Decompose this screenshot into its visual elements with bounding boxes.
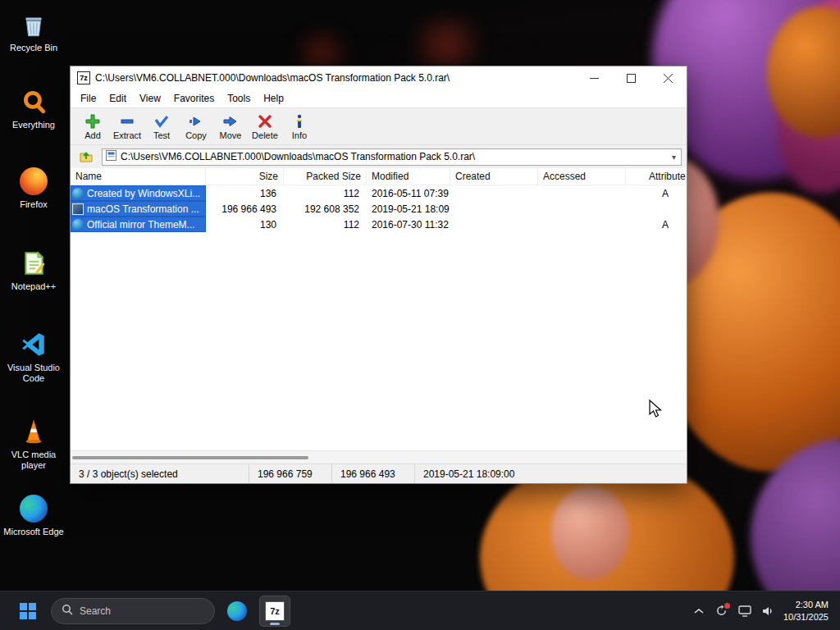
vlc-icon: [19, 417, 48, 446]
menu-view[interactable]: View: [133, 91, 167, 106]
wallpaper-blob: [551, 486, 629, 580]
desktop-icon-label: VLC media player: [2, 450, 65, 471]
desktop-icon-edge[interactable]: Microsoft Edge: [2, 494, 66, 537]
file-created-cell: [450, 185, 538, 201]
copy-icon: [188, 113, 204, 130]
menu-tools[interactable]: Tools: [221, 91, 257, 106]
column-header-accessed[interactable]: Accessed: [538, 168, 626, 185]
table-row[interactable]: Created by WindowsXLi... 136 112 2016-05…: [71, 185, 687, 201]
minimize-button[interactable]: [576, 66, 613, 89]
desktop-icon-vscode[interactable]: Visual Studio Code: [2, 330, 66, 384]
file-packed-cell: 112: [284, 217, 367, 232]
file-modified-cell: 2019-05-21 18:09: [367, 201, 450, 217]
hidden-icons-chevron[interactable]: [692, 604, 706, 619]
close-button[interactable]: [650, 66, 687, 89]
desktop-icon-label: Notepad++: [11, 281, 56, 292]
add-icon: [84, 113, 101, 130]
status-total-packed: 196 966 493: [332, 464, 415, 483]
address-bar-row: C:\Users\VM6.COLLABNET.000\Downloads\mac…: [71, 145, 687, 168]
desktop-icon-everything[interactable]: Everything: [2, 87, 66, 130]
start-button[interactable]: [13, 596, 43, 626]
windows-logo-icon: [20, 603, 36, 619]
column-header-row: Name Size Packed Size Modified Created A…: [71, 168, 687, 185]
desktop-icon-recycle-bin[interactable]: Recycle Bin: [2, 10, 66, 53]
column-header-size[interactable]: Size: [206, 168, 284, 185]
file-name-cell[interactable]: Official mirror ThemeM...: [71, 217, 206, 232]
clock-date: 10/31/2025: [783, 611, 829, 623]
system-tray: 2:30 AM 10/31/2025: [692, 599, 840, 623]
column-header-packed-size[interactable]: Packed Size: [284, 168, 367, 185]
delete-button[interactable]: Delete: [248, 112, 282, 142]
menu-bar: File Edit View Favorites Tools Help: [71, 89, 687, 107]
file-accessed-cell: [538, 201, 626, 217]
file-name-cell[interactable]: macOS Transformation ...: [71, 201, 206, 217]
menu-favorites[interactable]: Favorites: [167, 91, 221, 106]
file-attr-cell: A: [626, 185, 687, 201]
update-badge: [724, 603, 730, 609]
file-created-cell: [450, 217, 538, 232]
clock-time: 2:30 AM: [783, 599, 829, 611]
taskbar-edge-icon[interactable]: [221, 596, 253, 627]
taskbar: 7z 2:30 AM 10/31/2025: [0, 591, 840, 630]
desktop-icon-firefox[interactable]: Firefox: [2, 167, 66, 210]
file-created-cell: [450, 201, 538, 217]
desktop-icon-label: Microsoft Edge: [3, 527, 63, 537]
notepadpp-icon: [19, 249, 48, 278]
taskbar-search[interactable]: [51, 598, 215, 624]
tray-volume-icon[interactable]: [760, 604, 775, 619]
menu-file[interactable]: File: [74, 91, 103, 106]
info-button[interactable]: Info: [282, 112, 317, 142]
table-row[interactable]: macOS Transformation ... 196 966 493 192…: [71, 201, 687, 217]
add-button[interactable]: Add: [75, 112, 110, 142]
horizontal-scrollbar[interactable]: [71, 450, 687, 463]
column-header-attributes[interactable]: Attribute: [626, 168, 687, 185]
column-header-name[interactable]: Name: [71, 168, 206, 185]
address-dropdown-icon[interactable]: ▾: [670, 153, 678, 162]
info-icon: [291, 113, 308, 130]
search-icon: [62, 604, 73, 619]
taskbar-7zip-icon[interactable]: 7z: [259, 596, 290, 627]
file-attr-cell: [626, 201, 687, 217]
delete-icon: [257, 113, 273, 130]
extract-button[interactable]: Extract: [110, 112, 144, 142]
maximize-button[interactable]: [613, 66, 650, 89]
up-one-level-button[interactable]: [75, 148, 97, 166]
file-packed-cell: 112: [284, 185, 367, 201]
file-size-cell: 130: [206, 217, 284, 232]
file-name-cell[interactable]: Created by WindowsXLi...: [71, 185, 206, 201]
column-header-modified[interactable]: Modified: [367, 168, 450, 185]
address-combobox[interactable]: C:\Users\VM6.COLLABNET.000\Downloads\mac…: [102, 148, 682, 166]
desktop-icon-vlc[interactable]: VLC media player: [2, 417, 66, 471]
window-titlebar[interactable]: 7z C:\Users\VM6.COLLABNET.000\Downloads\…: [71, 66, 687, 89]
desktop-icon-label: Everything: [12, 120, 55, 130]
status-total-size: 196 966 759: [249, 464, 332, 483]
tray-display-icon[interactable]: [737, 604, 752, 619]
file-modified-cell: 2016-07-30 11:32: [367, 217, 450, 232]
table-row[interactable]: Official mirror ThemeM... 130 112 2016-0…: [71, 217, 687, 232]
copy-button[interactable]: Copy: [179, 112, 213, 142]
extract-icon: [119, 113, 135, 130]
7zip-icon: 7z: [265, 601, 285, 621]
taskbar-clock[interactable]: 2:30 AM 10/31/2025: [783, 599, 829, 623]
status-modified-date: 2019-05-21 18:09:00: [415, 464, 687, 483]
menu-help[interactable]: Help: [257, 91, 290, 106]
archive-file-icon: [106, 150, 116, 163]
move-button[interactable]: Move: [213, 112, 248, 142]
search-input[interactable]: [80, 605, 194, 617]
file-icon: [72, 203, 84, 215]
file-attr-cell: A: [626, 217, 687, 232]
scrollbar-thumb[interactable]: [72, 456, 308, 459]
edge-icon: [227, 601, 247, 621]
desktop-icon-label: Recycle Bin: [10, 43, 57, 53]
file-accessed-cell: [538, 185, 626, 201]
vscode-icon: [19, 330, 48, 359]
menu-edit[interactable]: Edit: [103, 91, 133, 106]
test-button[interactable]: Test: [144, 112, 179, 142]
toolbar: Add Extract Test Copy Move: [71, 107, 687, 145]
tray-update-icon[interactable]: [714, 604, 729, 619]
column-header-created[interactable]: Created: [450, 168, 538, 185]
recycle-bin-icon: [19, 10, 48, 39]
desktop-icon-notepadpp[interactable]: Notepad++: [2, 249, 66, 292]
file-list[interactable]: Created by WindowsXLi... 136 112 2016-05…: [71, 185, 687, 450]
file-size-cell: 136: [206, 185, 284, 201]
